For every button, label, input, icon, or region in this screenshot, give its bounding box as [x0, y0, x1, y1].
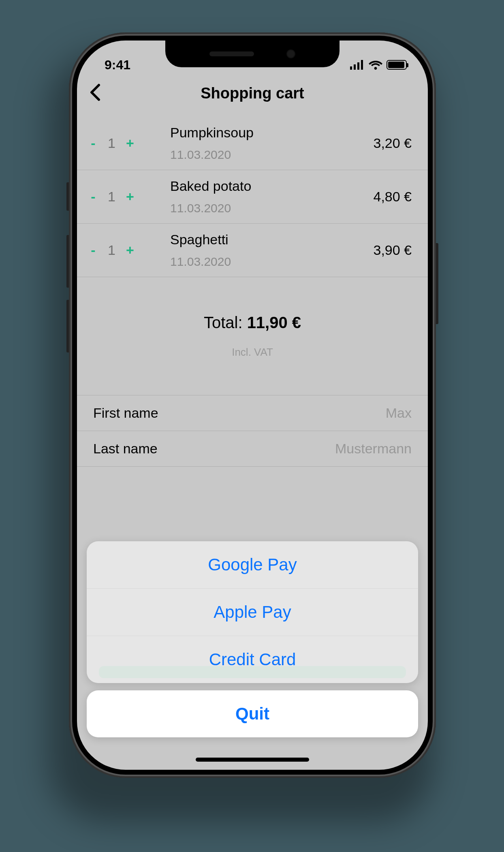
home-indicator[interactable] — [196, 758, 309, 762]
last-name-field[interactable]: Last name Mustermann — [77, 431, 428, 467]
back-button[interactable] — [89, 83, 100, 103]
status-time: 9:41 — [105, 58, 130, 73]
item-date: 11.03.2020 — [170, 255, 373, 269]
increment-button[interactable]: + — [126, 189, 134, 205]
first-name-value: Max — [386, 405, 412, 421]
total-block: Total: 11,90 € Incl. VAT — [77, 277, 428, 359]
item-price: 3,90 € — [373, 242, 412, 258]
vat-note: Incl. VAT — [77, 346, 428, 359]
last-name-value: Mustermann — [335, 441, 412, 457]
quantity-value: 1 — [108, 242, 115, 258]
item-name: Pumpkinsoup — [170, 125, 373, 141]
first-name-field[interactable]: First name Max — [77, 395, 428, 431]
pay-option-apple[interactable]: Apple Pay — [87, 588, 418, 636]
svg-rect-3 — [361, 60, 363, 70]
battery-icon — [387, 60, 407, 70]
decrement-button[interactable]: - — [89, 135, 97, 151]
payment-action-sheet: Google Pay Apple Pay Credit Card Quit — [87, 541, 418, 737]
svg-rect-0 — [350, 66, 352, 70]
item-price: 4,80 € — [373, 189, 412, 205]
screen: 9:41 Shopping cart - 1 — [77, 41, 428, 770]
cart-item: - 1 + Pumpkinsoup 11.03.2020 3,20 € — [77, 117, 428, 170]
wifi-icon — [369, 60, 382, 70]
page-title: Shopping cart — [201, 85, 304, 102]
quantity-value: 1 — [108, 189, 115, 205]
pay-option-google[interactable]: Google Pay — [87, 541, 418, 588]
item-price: 3,20 € — [373, 135, 412, 151]
decrement-button[interactable]: - — [89, 189, 97, 205]
pay-option-credit-card[interactable]: Credit Card — [87, 636, 418, 683]
quantity-value: 1 — [108, 135, 115, 151]
cart-item: - 1 + Spaghetti 11.03.2020 3,90 € — [77, 223, 428, 277]
item-name: Baked potato — [170, 178, 373, 194]
increment-button[interactable]: + — [126, 135, 134, 151]
decrement-button[interactable]: - — [89, 242, 97, 258]
cart-item: - 1 + Baked potato 11.03.2020 4,80 € — [77, 170, 428, 223]
item-date: 11.03.2020 — [170, 201, 373, 215]
cellular-icon — [350, 60, 365, 70]
sheet-cancel-button[interactable]: Quit — [87, 690, 418, 737]
cart-list: - 1 + Pumpkinsoup 11.03.2020 3,20 € - 1 … — [77, 109, 428, 277]
phone-frame: 9:41 Shopping cart - 1 — [69, 32, 436, 778]
nav-bar: Shopping cart — [77, 77, 428, 109]
total-amount: 11,90 € — [247, 314, 301, 331]
item-date: 11.03.2020 — [170, 148, 373, 162]
first-name-label: First name — [93, 405, 158, 421]
item-name: Spaghetti — [170, 232, 373, 248]
notch — [165, 41, 340, 67]
increment-button[interactable]: + — [126, 242, 134, 258]
last-name-label: Last name — [93, 441, 158, 457]
total-label: Total: — [204, 314, 247, 331]
svg-rect-1 — [354, 64, 356, 70]
svg-rect-2 — [357, 62, 359, 70]
